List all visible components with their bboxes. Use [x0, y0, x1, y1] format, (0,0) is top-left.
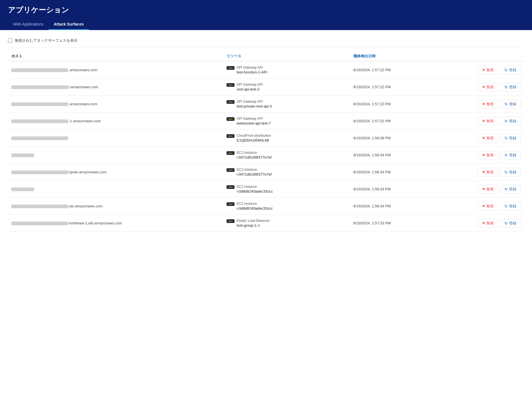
register-button[interactable]: ↻登録 — [500, 100, 521, 108]
tab-web-applications[interactable]: Web Applications — [8, 19, 49, 30]
register-button[interactable]: ↻登録 — [500, 219, 521, 228]
last-detected-cell: 8/19/2024, 1:58:34 PM — [350, 198, 433, 215]
ignore-button[interactable]: ✕無視 — [478, 134, 498, 142]
aws-icon: aws — [227, 117, 234, 121]
filter-row: 無視されたアタックサーフェスを表示 — [8, 35, 524, 48]
register-label: 登録 — [509, 153, 516, 158]
resource-cell: awsAPI Gateway APIrest-api-test-2 — [223, 79, 350, 96]
x-icon: ✕ — [482, 136, 485, 140]
register-button[interactable]: ↻登録 — [500, 66, 521, 74]
register-label: 登録 — [509, 85, 516, 90]
aws-icon: aws — [227, 202, 234, 206]
resource-type: Elastic Load Balancer — [237, 219, 270, 223]
refresh-icon: ↻ — [504, 204, 508, 209]
register-button[interactable]: ↻登録 — [500, 83, 521, 91]
aws-icon: aws — [227, 219, 234, 223]
ignore-button[interactable]: ✕無視 — [478, 100, 498, 108]
ignore-button[interactable]: ✕無視 — [478, 168, 498, 176]
table-row: awsCloudFront distributionE1QE8AU356HL4B… — [8, 130, 524, 147]
host-cell: northeast-1.elb.amazonaws.com — [8, 215, 223, 232]
host-blurred — [11, 68, 68, 72]
col-actions — [433, 51, 524, 61]
refresh-icon: ↻ — [504, 221, 508, 226]
aws-icon: aws — [227, 168, 234, 172]
last-detected-cell: 8/19/2024, 1:58:34 PM — [350, 147, 433, 164]
table-row: .amazonaws.comawsAPI Gateway APItest-pri… — [8, 96, 524, 113]
last-detected-cell: 8/19/2024, 1:58:38 PM — [350, 130, 433, 147]
last-detected-cell: 8/19/2024, 1:58:34 PM — [350, 181, 433, 198]
register-button[interactable]: ↻登録 — [500, 168, 521, 176]
action-cell: ✕無視↻登録 — [433, 113, 524, 130]
host-cell: -1.amazonaws.com — [8, 113, 223, 130]
resource-cell: awsEC2 instancei-0d8d8240adec33ccc — [223, 198, 350, 215]
host-suffix: .amazonaws.com — [69, 102, 97, 106]
last-detected-cell: 8/19/2024, 1:57:22 PM — [350, 61, 433, 79]
resource-name: i-0471d6189f377e7ef — [237, 155, 272, 159]
aws-icon: aws — [227, 100, 234, 104]
aws-icon: aws — [227, 185, 234, 189]
resource-type: EC2 instance — [237, 168, 272, 172]
host-suffix: -1.amazonaws.com — [69, 119, 101, 123]
show-ignored-checkbox[interactable] — [8, 38, 12, 43]
page-title: アプリケーション — [8, 5, 524, 19]
table-row: ute.amazonaws.comawsEC2 instancei-0d8d82… — [8, 198, 524, 215]
resource-name: test-function-1-API — [237, 70, 267, 74]
last-detected-cell: 8/19/2024, 1:57:22 PM — [350, 113, 433, 130]
page-header: アプリケーション Web Applications Attack Surface… — [0, 0, 532, 30]
x-icon: ✕ — [482, 153, 485, 157]
ignore-label: 無視 — [486, 68, 494, 73]
ignore-label: 無視 — [486, 102, 494, 107]
register-button[interactable]: ↻登録 — [500, 134, 521, 142]
refresh-icon: ↻ — [504, 153, 508, 157]
resource-name: rest-api-test-2 — [237, 87, 263, 91]
x-icon: ✕ — [482, 85, 485, 89]
ignore-button[interactable]: ✕無視 — [478, 66, 498, 74]
attack-surfaces-table: ホスト リソース 最終検出日時 .amazonaws.comawsAPI Gat… — [8, 51, 524, 232]
table-row: awsEC2 instancei-0471d6189f377e7ef8/19/2… — [8, 147, 524, 164]
action-cell: ✕無視↻登録 — [433, 130, 524, 147]
resource-cell: awsElastic Load Balancertest-group-1-1 — [223, 215, 350, 232]
host-blurred — [11, 188, 34, 191]
resource-type: EC2 instance — [237, 185, 273, 189]
ignore-label: 無視 — [486, 187, 494, 192]
tab-attack-surfaces[interactable]: Attack Surfaces — [49, 19, 89, 30]
register-button[interactable]: ↻登録 — [500, 185, 521, 193]
register-button[interactable]: ↻登録 — [500, 151, 521, 159]
ignore-button[interactable]: ✕無視 — [478, 185, 498, 193]
ignore-label: 無視 — [486, 119, 494, 124]
resource-name: i-0d8d8240adec33ccc — [237, 189, 273, 193]
table-header: ホスト リソース 最終検出日時 — [8, 51, 524, 61]
resource-name: websocket-api-test-7 — [237, 121, 271, 125]
ignore-button[interactable]: ✕無視 — [478, 83, 498, 91]
aws-icon: aws — [227, 66, 234, 70]
ignore-button[interactable]: ✕無視 — [478, 151, 498, 159]
col-resource: リソース — [223, 51, 350, 61]
show-ignored-label: 無視されたアタックサーフェスを表示 — [15, 38, 78, 43]
action-cell: ✕無視↻登録 — [433, 96, 524, 113]
resource-cell: awsEC2 instancei-0471d6189f377e7ef — [223, 164, 350, 181]
col-host: ホスト — [8, 51, 223, 61]
register-button[interactable]: ↻登録 — [500, 202, 521, 210]
ignore-button[interactable]: ✕無視 — [478, 219, 498, 228]
register-button[interactable]: ↻登録 — [500, 117, 521, 125]
host-cell: .amazonaws.com — [8, 61, 223, 79]
register-label: 登録 — [509, 102, 516, 107]
host-suffix: .amazonaws.com — [69, 68, 97, 72]
host-blurred — [11, 205, 68, 208]
host-suffix: northeast-1.elb.amazonaws.com — [69, 221, 122, 225]
host-cell — [8, 147, 223, 164]
ignore-button[interactable]: ✕無視 — [478, 117, 498, 125]
action-cell: ✕無視↻登録 — [433, 61, 524, 79]
host-blurred — [11, 85, 68, 89]
register-label: 登録 — [509, 119, 516, 124]
tab-bar: Web Applications Attack Surfaces — [8, 19, 524, 30]
x-icon: ✕ — [482, 170, 485, 174]
host-blurred — [11, 119, 68, 123]
action-cell: ✕無視↻登録 — [433, 147, 524, 164]
host-cell — [8, 130, 223, 147]
resource-name: test-private-rest-api-3 — [237, 104, 272, 108]
resource-cell: awsCloudFront distributionE1QE8AU356HL4B — [223, 130, 350, 147]
host-suffix: l.amazonaws.com — [69, 85, 98, 89]
resource-type: EC2 instance — [237, 202, 273, 206]
ignore-button[interactable]: ✕無視 — [478, 202, 498, 210]
